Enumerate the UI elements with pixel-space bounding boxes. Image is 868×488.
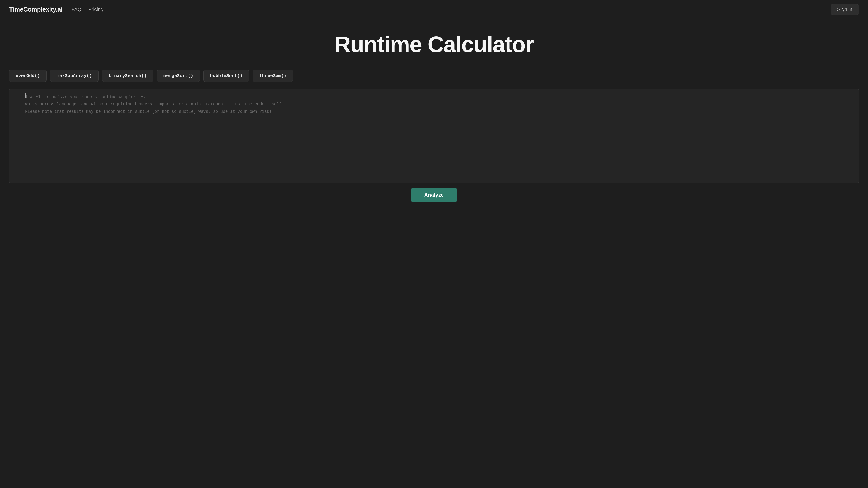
line-number-1: 1 — [13, 93, 17, 101]
example-btn-mergesort[interactable]: mergeSort() — [157, 70, 200, 82]
brand-logo: TimeComplexity.ai — [9, 6, 62, 13]
placeholder-line-3-wrapper: Please note that results may be incorrec… — [25, 108, 854, 115]
placeholder-line-3: Please note that results may be incorrec… — [25, 109, 272, 114]
hero-section: Runtime Calculator — [0, 19, 868, 65]
nav-links: FAQ Pricing — [71, 6, 831, 12]
analyze-button[interactable]: Analyze — [411, 188, 458, 202]
bottom-area: Analyze — [0, 184, 868, 206]
line-numbers: 1 — [9, 93, 21, 179]
code-editor: 1 Use AI to analyze your code's runtime … — [9, 89, 859, 184]
example-btn-threesum[interactable]: threeSum() — [253, 70, 293, 82]
hero-title: Runtime Calculator — [9, 33, 859, 56]
example-buttons-row: evenOdd() maxSubArray() binarySearch() m… — [0, 65, 868, 86]
editor-cursor-line: Use AI to analyze your code's runtime co… — [25, 93, 854, 101]
sign-in-button[interactable]: Sign in — [831, 4, 859, 15]
example-btn-maxsubarray[interactable]: maxSubArray() — [50, 70, 98, 82]
placeholder-line-2: Works across languages and without requi… — [25, 102, 284, 106]
example-btn-binarysearch[interactable]: binarySearch() — [102, 70, 153, 82]
example-btn-bubblesort[interactable]: bubbleSort() — [204, 70, 249, 82]
placeholder-line-2-wrapper: Works across languages and without requi… — [25, 101, 854, 108]
nav-link-faq[interactable]: FAQ — [71, 6, 81, 12]
nav-link-pricing[interactable]: Pricing — [88, 6, 103, 12]
example-btn-evenodd[interactable]: evenOdd() — [9, 70, 46, 82]
navbar: TimeComplexity.ai FAQ Pricing Sign in — [0, 0, 868, 19]
editor-content[interactable]: Use AI to analyze your code's runtime co… — [21, 93, 859, 179]
placeholder-line-1: Use AI to analyze your code's runtime co… — [26, 93, 146, 101]
text-cursor — [25, 93, 26, 98]
editor-body: 1 Use AI to analyze your code's runtime … — [9, 89, 859, 183]
